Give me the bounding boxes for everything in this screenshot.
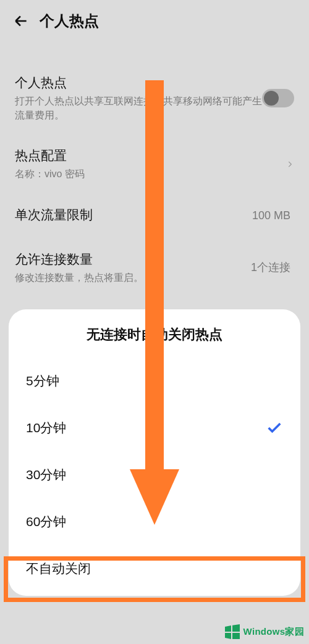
option-5min[interactable]: 5分钟 [9, 358, 300, 404]
option-10min[interactable]: 10分钟 [9, 404, 300, 451]
row-desc: 名称：vivo 密码 [15, 167, 286, 181]
row-title: 个人热点 [15, 74, 262, 91]
option-30min[interactable]: 30分钟 [9, 451, 300, 498]
row-personal-hotspot[interactable]: 个人热点 打开个人热点以共享互联网连接。共享移动网络可能产生流量费用。 [15, 62, 294, 135]
header: 个人热点 [0, 0, 309, 37]
check-icon [266, 419, 283, 437]
row-title: 单次流量限制 [15, 206, 252, 224]
option-label: 30分钟 [26, 466, 66, 483]
sheet-title: 无连接时自动关闭热点 [9, 309, 300, 358]
row-title: 允许连接数量 [15, 251, 251, 268]
hotspot-toggle[interactable] [262, 89, 294, 107]
watermark: Windows家园 [224, 624, 304, 639]
watermark-text: Windows家园 [243, 626, 304, 638]
row-title: 热点配置 [15, 147, 286, 164]
row-value: 100 MB [252, 209, 290, 222]
option-60min[interactable]: 60分钟 [9, 498, 300, 545]
page-title: 个人热点 [40, 11, 99, 31]
option-label: 60分钟 [26, 513, 66, 530]
option-label: 不自动关闭 [26, 560, 91, 577]
toggle-knob [264, 91, 279, 106]
row-desc: 修改连接数量，热点将重启。 [15, 270, 251, 285]
row-data-limit[interactable]: 单次流量限制 100 MB [15, 194, 294, 238]
row-connection-limit[interactable]: 允许连接数量 修改连接数量，热点将重启。 1个连接 [15, 238, 294, 297]
windows-logo-icon [224, 624, 241, 639]
chevron-right-icon [286, 160, 294, 169]
option-label: 10分钟 [26, 419, 66, 437]
option-no-auto-off[interactable]: 不自动关闭 [9, 545, 300, 592]
back-icon[interactable] [12, 12, 30, 30]
option-label: 5分钟 [26, 372, 59, 390]
auto-off-sheet: 无连接时自动关闭热点 5分钟 10分钟 30分钟 60分钟 不自动关闭 [9, 309, 300, 596]
settings-screen: 个人热点 个人热点 打开个人热点以共享互联网连接。共享移动网络可能产生流量费用。… [0, 0, 309, 644]
row-value: 1个连接 [251, 260, 290, 275]
row-desc: 打开个人热点以共享互联网连接。共享移动网络可能产生流量费用。 [15, 94, 262, 122]
row-hotspot-config[interactable]: 热点配置 名称：vivo 密码 [15, 135, 294, 193]
